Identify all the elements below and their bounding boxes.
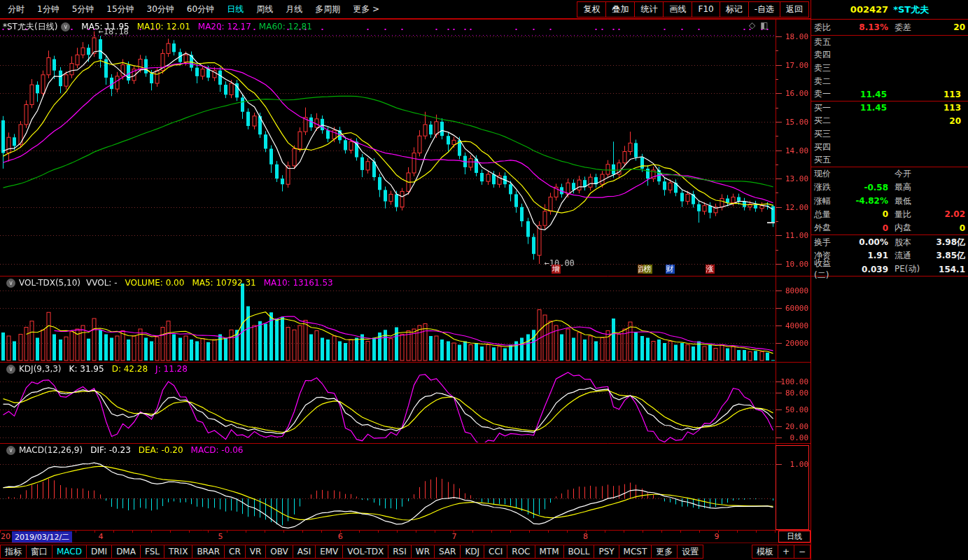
indicator-tab[interactable]: VOL-TDX (342, 545, 388, 559)
toolbar-button[interactable]: -自选 (748, 1, 780, 18)
month-label: 9 (714, 532, 719, 541)
indicator-tab[interactable]: CR (224, 545, 246, 559)
event-tag[interactable]: 财 (666, 265, 675, 274)
event-tag[interactable]: 增 (552, 265, 561, 274)
stock-header: 002427 *ST尤夫 (811, 0, 968, 20)
indicator-tab[interactable]: KDJ (460, 545, 484, 559)
period-tab[interactable]: 多周期 (309, 4, 346, 15)
indicator-tab[interactable]: SAR (434, 545, 461, 559)
period-tab[interactable]: 日线 (220, 4, 250, 15)
level-qty: 20 (887, 116, 965, 126)
stat-row: 换手0.00%股本3.98亿 (811, 235, 968, 248)
legend-value: K: 31.95 (69, 364, 104, 374)
indicator-tab[interactable]: PSY (594, 545, 619, 559)
template-button[interactable]: 模板 (752, 545, 778, 559)
ask-row: 卖三 (811, 62, 968, 75)
month-label: 8 (583, 532, 588, 541)
toolbar-button[interactable]: 标记 (720, 1, 749, 18)
top-toolbar: 分时1分钟5分钟15分钟30分钟60分钟日线周线月线多周期更多 > 复权叠加统计… (0, 0, 811, 19)
level-label: 卖三 (814, 62, 841, 74)
bid-row: 买一11.45113 (811, 102, 968, 115)
weibi-row: 委比 8.13% 委差 20 (811, 20, 968, 36)
indicator-tab[interactable]: OBV (265, 545, 293, 559)
period-tab[interactable]: 15分钟 (100, 4, 140, 15)
diamond-draw-icon[interactable]: ◇ (749, 20, 755, 30)
stat-label: 流通 (895, 250, 928, 262)
indicator-tab[interactable]: EMV (315, 545, 343, 559)
pane-layout-icon[interactable]: ◧ (760, 20, 768, 30)
zoom-out-button[interactable]: − (794, 545, 811, 559)
macd-pane-header: ∨ MACD(12,26,9) DIF: -0.23DEA: -0.20MACD… (3, 444, 243, 456)
stat-row: 总量0量比2.02 (811, 208, 968, 221)
collapse-macd-icon[interactable]: ∨ (6, 446, 15, 455)
indicator-tab[interactable]: DMI (86, 545, 112, 559)
level-label: 卖二 (814, 76, 841, 88)
indicator-tab[interactable]: RSI (388, 545, 412, 559)
zoom-in-button[interactable]: + (778, 545, 794, 559)
indicator-tab[interactable]: ASI (293, 545, 316, 559)
stat-label: 换手 (814, 237, 845, 248)
indicator-tab[interactable]: DMA (111, 545, 141, 559)
toolbar-button[interactable]: 返回 (780, 1, 809, 18)
toolbar-button[interactable]: 叠加 (605, 1, 635, 18)
bid-row: 买四 (811, 141, 968, 154)
pane-corner-icons: ◇ ◧ (749, 20, 769, 30)
indicator-tab[interactable]: VR (245, 545, 267, 559)
period-tabs: 分时1分钟5分钟15分钟30分钟60分钟日线周线月线多周期更多 > (0, 4, 386, 15)
main-pane-header: *ST尤夫(日线) ∨ MA5: 11.95MA10: 12.01MA20: 1… (3, 21, 312, 32)
period-tab[interactable]: 60分钟 (181, 4, 220, 15)
stat-value: -4.82% (845, 196, 888, 206)
toolbar-button[interactable]: F10 (692, 1, 720, 18)
template-controls: 模板 + − (752, 545, 811, 559)
collapse-kdj-icon[interactable]: ∨ (6, 365, 15, 374)
period-tab[interactable]: 30分钟 (141, 4, 181, 15)
ask-levels: 卖五卖四卖三卖二卖一11.45113 (811, 36, 968, 101)
stat-label: 外盘 (814, 222, 845, 234)
toolbar-button[interactable]: 画线 (663, 1, 692, 18)
indicator-tab[interactable]: CCI (484, 545, 507, 559)
stat-label: 涨跌 (814, 181, 845, 193)
indicator-tab[interactable]: 设置 (677, 545, 703, 559)
indicator-tab[interactable]: 窗口 (26, 545, 52, 559)
collapse-volume-icon[interactable]: ∨ (6, 279, 15, 288)
period-tab[interactable]: 5分钟 (66, 4, 101, 15)
toolbar-button[interactable]: 统计 (634, 1, 664, 18)
macd-axis-highlight (776, 445, 809, 530)
stat-label: 股本 (895, 237, 928, 248)
legend-value: MA5: 10792.31 (192, 278, 255, 288)
legend-value: MACD: -0.06 (191, 445, 244, 455)
period-tab[interactable]: 更多 > (346, 4, 386, 15)
stat-value: -0.58 (845, 183, 888, 192)
stat-value: 0 (845, 223, 888, 233)
legend-value: DEA: -0.20 (139, 445, 183, 455)
kdj-indicator-title: KDJ(9,3,3) (19, 364, 62, 374)
selected-date[interactable]: 2019/03/12/二 (12, 531, 72, 543)
indicator-tab[interactable]: MCST (619, 545, 652, 559)
indicator-tab[interactable]: ROC (507, 545, 535, 559)
period-tab[interactable]: 分时 (1, 4, 31, 15)
date-axis: 20 2019/03/12/二 456789 日线 (0, 531, 811, 542)
indicator-tab[interactable]: BOLL (563, 545, 595, 559)
legend-value: D: 42.28 (112, 364, 148, 374)
fundamental-stats: 换手0.00%股本3.98亿净资1.91流通3.85亿收益(二)0.039PE(… (811, 235, 968, 276)
event-tag[interactable]: 涨 (706, 265, 715, 274)
indicator-tab[interactable]: 指标 (0, 545, 27, 559)
ma-legend: MA5: 11.95MA10: 12.01MA20: 12.17MA60: 12… (73, 22, 312, 31)
indicator-tab[interactable]: TRIX (164, 545, 192, 559)
toolbar-button[interactable]: 复权 (577, 1, 606, 18)
legend-value: VOLUME: 0.00 (125, 278, 185, 288)
event-tag[interactable]: 榜 (643, 265, 652, 274)
quote-panel: 002427 *ST尤夫 委比 8.13% 委差 20 卖五卖四卖三卖二卖一11… (811, 0, 968, 560)
indicator-tab[interactable]: FSL (140, 545, 164, 559)
indicator-tab[interactable]: 更多 (651, 545, 678, 559)
indicator-tab[interactable]: BRAR (192, 545, 225, 559)
indicator-tab[interactable]: MTM (535, 545, 564, 559)
period-tab[interactable]: 周线 (250, 4, 279, 15)
period-tab[interactable]: 月线 (279, 4, 309, 15)
level-label: 卖四 (814, 49, 841, 61)
collapse-pane-icon[interactable]: ∨ (61, 22, 70, 31)
indicator-tab[interactable]: WR (411, 545, 435, 559)
stat-row: 涨幅-4.82%最低 (811, 195, 968, 208)
period-tab[interactable]: 1分钟 (31, 4, 66, 15)
indicator-tab[interactable]: MACD (52, 545, 87, 559)
